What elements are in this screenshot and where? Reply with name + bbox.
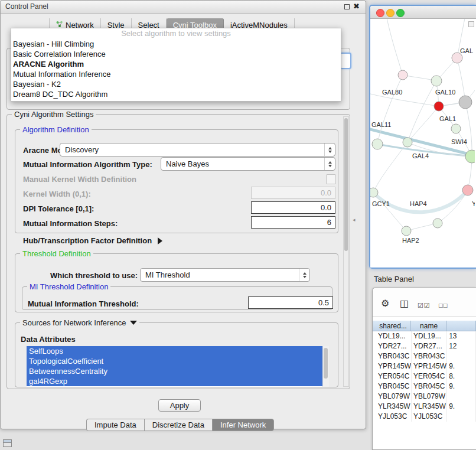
table-cell[interactable]: YBR043C <box>376 351 412 361</box>
close-icon[interactable]: ✖ <box>353 2 360 11</box>
network-node[interactable] <box>370 188 378 197</box>
mi-steps-field[interactable]: 6 <box>251 216 335 229</box>
network-node[interactable] <box>465 150 475 163</box>
gear-icon[interactable]: ⚙ <box>381 299 389 308</box>
table-cell[interactable]: YBR043C <box>412 351 447 361</box>
algorithm-menu-item[interactable]: Basic Correlation Inference <box>11 49 341 59</box>
hub-definition-expander[interactable]: Hub/Transcription Factor Definition <box>23 236 162 245</box>
column-header[interactable] <box>447 321 476 331</box>
table-row[interactable]: YBR043CYBR043C <box>373 351 476 361</box>
table-cell[interactable]: YBR045C <box>376 381 412 392</box>
table-row[interactable]: YLR345WYLR345W9. <box>373 402 476 412</box>
table-cell[interactable]: 12 <box>447 341 476 351</box>
network-edge[interactable] <box>373 193 406 231</box>
sources-group-title[interactable]: Sources for Network Inference <box>20 318 139 327</box>
table-row[interactable]: YDL19...YDL19...13 <box>373 331 476 341</box>
table-cell[interactable]: YPR145W <box>412 361 447 371</box>
table-row[interactable]: YPR145WYPR145W9. <box>373 361 476 371</box>
table-cell[interactable]: YDL19... <box>412 331 447 341</box>
attribute-list-item[interactable]: BetweennessCentrality <box>27 366 322 376</box>
network-edge[interactable] <box>373 142 407 193</box>
network-node[interactable] <box>398 70 407 80</box>
apply-button[interactable]: Apply <box>158 399 201 412</box>
algorithm-menu-item[interactable]: Dream8 DC_TDC Algorithm <box>11 89 341 99</box>
table-cell[interactable]: YDR27... <box>376 341 412 351</box>
network-node[interactable] <box>462 185 473 195</box>
select-all-icon[interactable]: ☑☑ <box>418 301 431 310</box>
network-node[interactable] <box>459 96 472 109</box>
table-cell[interactable]: 8. <box>447 371 476 381</box>
table-cell[interactable]: YER054C <box>376 371 412 381</box>
attribute-list-item[interactable]: TopologicalCoefficient <box>27 356 322 366</box>
bottom-tab-infer-network[interactable]: Infer Network <box>212 419 274 431</box>
network-canvas[interactable]: GALGAL80GAL10GAL11GAL1SWI4GAL4GCY1HAP4YH… <box>370 19 475 268</box>
table-cell[interactable]: YLR345W <box>376 402 412 412</box>
attribute-list-item[interactable]: SelfLoops <box>27 346 322 356</box>
network-titlebar[interactable] <box>370 6 476 19</box>
panel-splitter-icon[interactable]: ◂ <box>353 217 356 223</box>
table-cell[interactable]: 9. <box>447 402 476 412</box>
expander-down-icon[interactable] <box>130 321 137 325</box>
minimize-traffic-icon[interactable] <box>386 9 395 17</box>
table-cell[interactable]: YDL19... <box>376 331 412 341</box>
table-cell[interactable] <box>447 392 476 402</box>
table-row[interactable]: YJL053CYJL053C <box>373 412 476 422</box>
control-panel-titlebar[interactable]: Control Panel ✖ <box>1 1 366 14</box>
canvas-scrollbar-button[interactable] <box>468 21 474 27</box>
columns-icon[interactable]: ◫ <box>400 299 409 308</box>
table-cell[interactable]: 9. <box>447 361 476 371</box>
network-node[interactable] <box>434 102 444 111</box>
algorithm-menu-item[interactable]: Bayesian - K2 <box>11 79 341 89</box>
network-edge[interactable] <box>407 106 439 142</box>
aracne-mode-select[interactable]: Discovery <box>60 143 335 156</box>
table-cell[interactable]: YBL079W <box>412 392 447 402</box>
table-row[interactable]: YER054CYER054C8. <box>373 371 476 381</box>
table-cell[interactable]: YER054C <box>412 371 447 381</box>
dpi-tolerance-field[interactable]: 0.0 <box>251 201 335 214</box>
which-threshold-select[interactable]: MI Threshold <box>140 268 310 282</box>
bottom-tab-discretize-data[interactable]: Discretize Data <box>144 419 212 431</box>
bottom-tab-impute-data[interactable]: Impute Data <box>86 419 144 431</box>
algorithm-menu-item[interactable]: ARACNE Algorithm <box>11 59 341 69</box>
attributes-scrollbar[interactable] <box>322 346 329 387</box>
table-cell[interactable] <box>447 412 476 422</box>
network-edge[interactable] <box>407 81 436 142</box>
float-window-icon[interactable] <box>344 4 350 9</box>
expander-right-icon[interactable] <box>158 237 162 244</box>
deselect-all-icon[interactable]: □□ <box>439 301 448 310</box>
column-header[interactable]: shared... <box>376 321 411 331</box>
minimized-window-icon[interactable] <box>3 439 12 447</box>
algorithm-combo-fragment[interactable] <box>340 53 351 69</box>
table-cell[interactable]: YDR27... <box>412 341 447 351</box>
table-cell[interactable]: YPR145W <box>376 361 412 371</box>
attribute-list-item[interactable]: gal4RGexp <box>27 376 322 386</box>
network-node[interactable] <box>372 139 383 149</box>
network-node[interactable] <box>403 138 412 147</box>
network-edge[interactable] <box>457 58 465 102</box>
table-cell[interactable] <box>447 351 476 361</box>
table-cell[interactable]: YBL079W <box>376 392 412 402</box>
network-node[interactable] <box>431 76 442 86</box>
settings-scrollbar[interactable] <box>343 116 349 387</box>
network-edge[interactable] <box>465 102 472 156</box>
algorithm-menu-item[interactable]: Bayesian - Hill Climbing <box>11 39 341 49</box>
table-cell[interactable]: YLR345W <box>412 402 447 412</box>
zoom-traffic-icon[interactable] <box>396 9 405 17</box>
table-cell[interactable]: YJL053C <box>376 412 412 422</box>
network-node[interactable] <box>433 219 442 228</box>
column-header[interactable]: name <box>411 321 446 331</box>
table-row[interactable]: YBL079WYBL079W <box>373 392 476 402</box>
table-row[interactable]: YBR045CYBR045C9. <box>373 381 476 392</box>
algorithm-menu-item[interactable]: Mutual Information Inference <box>11 69 341 79</box>
network-edge[interactable] <box>386 19 403 75</box>
mi-threshold-field[interactable]: 0.5 <box>248 296 333 309</box>
table-cell[interactable]: 13 <box>447 331 476 341</box>
table-cell[interactable]: YJL053C <box>412 412 447 422</box>
mi-type-select[interactable]: Naive Bayes <box>161 157 335 171</box>
network-node[interactable] <box>402 226 411 236</box>
table-cell[interactable]: 9. <box>447 381 476 392</box>
table-cell[interactable]: YBR045C <box>412 381 447 392</box>
scrollbar-thumb[interactable] <box>344 118 348 251</box>
table-row[interactable]: YDR27...YDR27...12 <box>373 341 476 351</box>
close-traffic-icon[interactable] <box>376 9 384 17</box>
